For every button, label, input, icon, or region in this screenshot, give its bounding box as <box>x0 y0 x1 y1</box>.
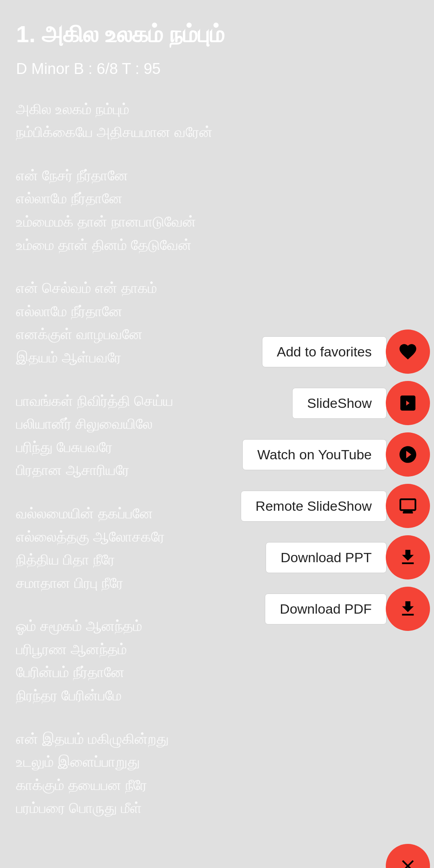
verse-2: என் நேசர் நீர்தானே எல்லாமே நீர்தானே உம்ம… <box>16 164 418 256</box>
play-circle-icon <box>398 444 418 465</box>
youtube-row: Watch on YouTube <box>242 432 430 477</box>
download-ppt-label[interactable]: Download PPT <box>266 542 387 573</box>
watch-on-youtube-button[interactable] <box>386 432 430 477</box>
slideshow-label[interactable]: SlideShow <box>292 388 387 419</box>
verse-1: அகில உலகம் நம்பும் நம்பிக்கையே அதிசயமான … <box>16 98 418 144</box>
remote-slideshow-button[interactable] <box>386 484 430 528</box>
download-ppt-button[interactable] <box>386 535 430 579</box>
add-to-favorites-button[interactable] <box>386 330 430 374</box>
close-container <box>386 844 430 868</box>
lyrics-line: உடலும் இளைப்பாறுது <box>16 750 418 774</box>
lyrics-line: காக்கும் தயைபன நீரே <box>16 774 418 797</box>
monitor-icon <box>398 496 418 516</box>
watch-on-youtube-label[interactable]: Watch on YouTube <box>242 439 387 470</box>
heart-icon <box>398 342 418 362</box>
verse-7: என் இதயம் மகிழுகின்றது உடலும் இளைப்பாறுத… <box>16 727 418 820</box>
add-to-favorites-label[interactable]: Add to favorites <box>262 336 387 367</box>
remote-slideshow-label[interactable]: Remote SlideShow <box>241 491 387 522</box>
lyrics-line: பரிபூரண ஆனந்தம் <box>16 638 418 661</box>
slideshow-row: SlideShow <box>292 381 430 425</box>
download-pdf-label[interactable]: Download PDF <box>265 594 387 624</box>
lyrics-line: உம்மைமக் தான் நானபாடுவேன் <box>16 210 418 233</box>
lyrics-line: நிரந்தர பேரின்பமே <box>16 684 418 707</box>
lyrics-line: எல்லாமே நீர்தானே <box>16 300 418 323</box>
lyrics-line: என் நேசர் நீர்தானே <box>16 164 418 187</box>
download-pdf-button[interactable] <box>386 587 430 631</box>
download-ppt-row: Download PPT <box>266 535 430 579</box>
lyrics-line: உம்மை தான் தினம் தேடுவேன் <box>16 233 418 257</box>
lyrics-line: நம்பிக்கையே அதிசயமான வரேன் <box>16 121 418 144</box>
lyrics-line: பேரின்பம் நீர்தானே <box>16 661 418 684</box>
close-icon <box>398 856 418 868</box>
play-square-icon <box>398 393 418 413</box>
download-pdf-row: Download PDF <box>265 587 430 631</box>
lyrics-line: என் செல்வம் என் தாகம் <box>16 276 418 300</box>
lyrics-line: பரம்பரை பொருது மீள் <box>16 796 418 820</box>
download-ppt-icon <box>398 547 418 567</box>
lyrics-line: எல்லாமே நீர்தானே <box>16 187 418 210</box>
close-button[interactable] <box>386 844 430 868</box>
lyrics-line: என் இதயம் மகிழுகின்றது <box>16 727 418 751</box>
lyrics-line: அகில உலகம் நம்பும் <box>16 98 418 121</box>
actions-panel: Add to favorites SlideShow Watch on YouT… <box>241 330 434 631</box>
slideshow-button[interactable] <box>386 381 430 425</box>
song-meta: D Minor B : 6/8 T : 95 <box>16 60 418 78</box>
song-title: 1. அகில உலகம் நம்பும் <box>16 20 418 48</box>
favorites-row: Add to favorites <box>262 330 430 374</box>
remote-slideshow-row: Remote SlideShow <box>241 484 430 528</box>
download-pdf-icon <box>398 599 418 619</box>
